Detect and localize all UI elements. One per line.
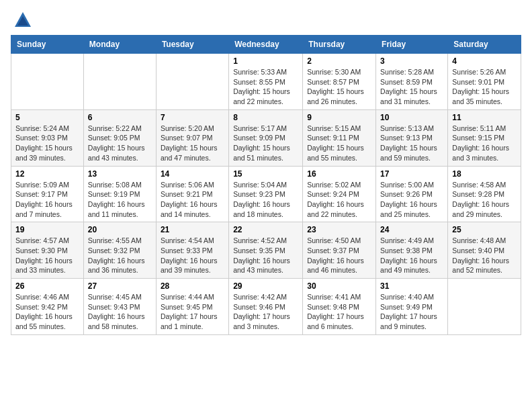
day-info: Sunrise: 4:50 AM Sunset: 9:37 PM Dayligh…	[307, 236, 371, 275]
day-info: Sunrise: 5:09 AM Sunset: 9:17 PM Dayligh…	[15, 180, 79, 220]
day-info: Sunrise: 4:44 AM Sunset: 9:45 PM Dayligh…	[161, 292, 224, 332]
calendar-cell: 21Sunrise: 4:54 AM Sunset: 9:33 PM Dayli…	[156, 222, 228, 279]
day-info: Sunrise: 5:26 AM Sunset: 9:01 PM Dayligh…	[452, 67, 517, 107]
day-info: Sunrise: 5:22 AM Sunset: 9:05 PM Dayligh…	[88, 124, 152, 163]
calendar-cell: 26Sunrise: 4:46 AM Sunset: 9:42 PM Dayli…	[11, 279, 84, 335]
day-number: 16	[307, 169, 371, 179]
logo-icon	[13, 11, 32, 30]
calendar-table: SundayMondayTuesdayWednesdayThursdayFrid…	[11, 35, 521, 335]
day-number: 20	[88, 225, 152, 234]
calendar-cell	[448, 279, 521, 335]
calendar-cell: 24Sunrise: 4:49 AM Sunset: 9:38 PM Dayli…	[376, 222, 448, 279]
day-header-thursday: Thursday	[303, 36, 376, 54]
day-number: 18	[452, 169, 517, 179]
calendar-cell: 3Sunrise: 5:28 AM Sunset: 8:59 PM Daylig…	[376, 54, 448, 110]
calendar-cell	[156, 54, 228, 110]
day-number: 15	[233, 169, 298, 179]
day-info: Sunrise: 5:33 AM Sunset: 8:55 PM Dayligh…	[233, 67, 298, 107]
day-info: Sunrise: 5:13 AM Sunset: 9:13 PM Dayligh…	[380, 124, 443, 163]
calendar-cell: 1Sunrise: 5:33 AM Sunset: 8:55 PM Daylig…	[229, 54, 303, 110]
day-number: 2	[307, 56, 371, 66]
day-number: 4	[452, 56, 517, 66]
day-number: 13	[88, 169, 152, 179]
day-info: Sunrise: 4:52 AM Sunset: 9:35 PM Dayligh…	[233, 236, 298, 275]
day-number: 28	[161, 281, 224, 291]
calendar-cell: 28Sunrise: 4:44 AM Sunset: 9:45 PM Dayli…	[156, 279, 228, 335]
day-info: Sunrise: 5:08 AM Sunset: 9:19 PM Dayligh…	[88, 180, 152, 220]
day-number: 10	[380, 113, 443, 122]
day-header-tuesday: Tuesday	[156, 36, 228, 54]
calendar-week-row: 12Sunrise: 5:09 AM Sunset: 9:17 PM Dayli…	[11, 166, 521, 222]
day-info: Sunrise: 4:42 AM Sunset: 9:46 PM Dayligh…	[233, 292, 298, 332]
calendar-cell: 10Sunrise: 5:13 AM Sunset: 9:13 PM Dayli…	[376, 109, 448, 166]
calendar-cell: 13Sunrise: 5:08 AM Sunset: 9:19 PM Dayli…	[83, 166, 156, 222]
calendar-cell: 11Sunrise: 5:11 AM Sunset: 9:15 PM Dayli…	[448, 109, 521, 166]
day-number: 17	[380, 169, 443, 179]
calendar-cell: 16Sunrise: 5:02 AM Sunset: 9:24 PM Dayli…	[303, 166, 376, 222]
day-number: 30	[307, 281, 371, 291]
day-header-sunday: Sunday	[11, 36, 84, 54]
page-header	[11, 11, 521, 30]
day-number: 24	[380, 225, 443, 234]
day-info: Sunrise: 5:30 AM Sunset: 8:57 PM Dayligh…	[307, 67, 371, 107]
calendar-cell: 25Sunrise: 4:48 AM Sunset: 9:40 PM Dayli…	[448, 222, 521, 279]
day-number: 23	[307, 225, 371, 234]
day-number: 5	[15, 113, 79, 122]
day-number: 1	[233, 56, 298, 66]
day-info: Sunrise: 5:02 AM Sunset: 9:24 PM Dayligh…	[307, 180, 371, 220]
day-header-monday: Monday	[83, 36, 156, 54]
calendar-week-row: 19Sunrise: 4:57 AM Sunset: 9:30 PM Dayli…	[11, 222, 521, 279]
calendar-cell: 27Sunrise: 4:45 AM Sunset: 9:43 PM Dayli…	[83, 279, 156, 335]
day-number: 3	[380, 56, 443, 66]
day-info: Sunrise: 5:11 AM Sunset: 9:15 PM Dayligh…	[452, 124, 517, 163]
calendar-cell: 15Sunrise: 5:04 AM Sunset: 9:23 PM Dayli…	[229, 166, 303, 222]
calendar-week-row: 26Sunrise: 4:46 AM Sunset: 9:42 PM Dayli…	[11, 279, 521, 335]
calendar-week-row: 5Sunrise: 5:24 AM Sunset: 9:03 PM Daylig…	[11, 109, 521, 166]
day-number: 12	[15, 169, 79, 179]
day-info: Sunrise: 5:15 AM Sunset: 9:11 PM Dayligh…	[307, 124, 371, 163]
calendar-week-row: 1Sunrise: 5:33 AM Sunset: 8:55 PM Daylig…	[11, 54, 521, 110]
day-header-wednesday: Wednesday	[229, 36, 303, 54]
day-info: Sunrise: 5:06 AM Sunset: 9:21 PM Dayligh…	[161, 180, 224, 220]
day-number: 8	[233, 113, 298, 122]
day-number: 21	[161, 225, 224, 234]
calendar-cell: 4Sunrise: 5:26 AM Sunset: 9:01 PM Daylig…	[448, 54, 521, 110]
day-info: Sunrise: 5:04 AM Sunset: 9:23 PM Dayligh…	[233, 180, 298, 220]
calendar-cell: 29Sunrise: 4:42 AM Sunset: 9:46 PM Dayli…	[229, 279, 303, 335]
calendar-cell: 12Sunrise: 5:09 AM Sunset: 9:17 PM Dayli…	[11, 166, 84, 222]
calendar-cell: 23Sunrise: 4:50 AM Sunset: 9:37 PM Dayli…	[303, 222, 376, 279]
calendar-cell: 7Sunrise: 5:20 AM Sunset: 9:07 PM Daylig…	[156, 109, 228, 166]
day-number: 19	[15, 225, 79, 234]
day-info: Sunrise: 5:00 AM Sunset: 9:26 PM Dayligh…	[380, 180, 443, 220]
calendar-cell: 2Sunrise: 5:30 AM Sunset: 8:57 PM Daylig…	[303, 54, 376, 110]
day-info: Sunrise: 4:41 AM Sunset: 9:48 PM Dayligh…	[307, 292, 371, 332]
day-info: Sunrise: 5:28 AM Sunset: 8:59 PM Dayligh…	[380, 67, 443, 107]
day-info: Sunrise: 5:17 AM Sunset: 9:09 PM Dayligh…	[233, 124, 298, 163]
day-info: Sunrise: 4:55 AM Sunset: 9:32 PM Dayligh…	[88, 236, 152, 275]
day-info: Sunrise: 4:48 AM Sunset: 9:40 PM Dayligh…	[452, 236, 517, 275]
calendar-cell: 17Sunrise: 5:00 AM Sunset: 9:26 PM Dayli…	[376, 166, 448, 222]
day-number: 6	[88, 113, 152, 122]
calendar-cell: 19Sunrise: 4:57 AM Sunset: 9:30 PM Dayli…	[11, 222, 84, 279]
day-number: 27	[88, 281, 152, 291]
calendar-cell: 30Sunrise: 4:41 AM Sunset: 9:48 PM Dayli…	[303, 279, 376, 335]
day-number: 14	[161, 169, 224, 179]
day-number: 22	[233, 225, 298, 234]
calendar-cell: 22Sunrise: 4:52 AM Sunset: 9:35 PM Dayli…	[229, 222, 303, 279]
calendar-cell: 5Sunrise: 5:24 AM Sunset: 9:03 PM Daylig…	[11, 109, 84, 166]
logo	[11, 11, 32, 30]
calendar-cell: 6Sunrise: 5:22 AM Sunset: 9:05 PM Daylig…	[83, 109, 156, 166]
day-number: 29	[233, 281, 298, 291]
day-info: Sunrise: 4:46 AM Sunset: 9:42 PM Dayligh…	[15, 292, 79, 332]
calendar-cell: 8Sunrise: 5:17 AM Sunset: 9:09 PM Daylig…	[229, 109, 303, 166]
day-info: Sunrise: 5:24 AM Sunset: 9:03 PM Dayligh…	[15, 124, 79, 163]
day-header-saturday: Saturday	[448, 36, 521, 54]
day-info: Sunrise: 4:58 AM Sunset: 9:28 PM Dayligh…	[452, 180, 517, 220]
calendar-cell: 14Sunrise: 5:06 AM Sunset: 9:21 PM Dayli…	[156, 166, 228, 222]
calendar-cell: 9Sunrise: 5:15 AM Sunset: 9:11 PM Daylig…	[303, 109, 376, 166]
calendar-cell	[83, 54, 156, 110]
day-number: 11	[452, 113, 517, 122]
calendar-cell: 20Sunrise: 4:55 AM Sunset: 9:32 PM Dayli…	[83, 222, 156, 279]
day-number: 9	[307, 113, 371, 122]
day-header-friday: Friday	[376, 36, 448, 54]
